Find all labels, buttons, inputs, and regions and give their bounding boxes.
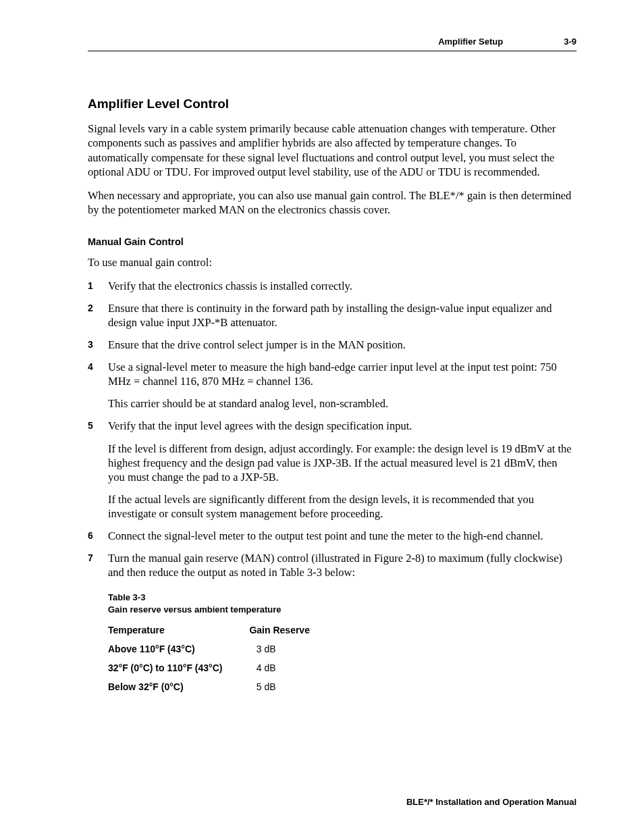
intro-paragraph-2: When necessary and appropriate, you can … [88, 188, 576, 217]
step-text: Use a signal-level meter to measure the … [108, 360, 576, 388]
step-number: 7 [88, 551, 108, 579]
table-header-row: Temperature Gain Reserve [108, 625, 310, 644]
step-number: 6 [88, 529, 108, 543]
step-4: 4 Use a signal-level meter to measure th… [88, 360, 576, 411]
table-row: Below 32°F (0°C) 5 dB [108, 681, 310, 700]
step-text-pre: Turn the manual gain reserve ( [108, 552, 244, 565]
cell-temperature: Below 32°F (0°C) [108, 681, 249, 700]
table-header-gain-reserve: Gain Reserve [249, 625, 310, 644]
step-5: 5 Verify that the input level agrees wit… [88, 419, 576, 521]
step-2: 2 Ensure that there is continuity in the… [88, 301, 576, 330]
step-text-man: MAN [244, 552, 271, 565]
step-text: Connect the signal-level meter to the ou… [108, 529, 576, 543]
step-1: 1 Verify that the electronics chassis is… [88, 279, 576, 293]
step-text-post: position. [364, 338, 405, 351]
header-section-name: Amplifier Setup [438, 36, 503, 47]
intro-paragraph-2b: on the electronics chassis cover. [245, 203, 390, 216]
step-text: If the level is different from design, a… [108, 442, 576, 484]
page-content: Amplifier Level Control Signal levels va… [88, 96, 576, 700]
step-text: Ensure that the drive control select jum… [108, 338, 576, 352]
step-text: This carrier should be at standard analo… [108, 396, 576, 411]
step-number: 3 [88, 338, 108, 352]
step-text: Turn the manual gain reserve (MAN) contr… [108, 551, 576, 579]
section-title: Amplifier Level Control [88, 96, 576, 112]
step-body: Verify that the input level agrees with … [108, 419, 576, 521]
steps-list: 1 Verify that the electronics chassis is… [88, 279, 576, 580]
intro-paragraph-2-man: MAN [219, 203, 245, 216]
step-body: Use a signal-level meter to measure the … [108, 360, 576, 411]
gain-reserve-table: Temperature Gain Reserve Above 110°F (43… [108, 625, 310, 700]
step-number: 5 [88, 419, 108, 521]
step-text-pre: Ensure that the drive control select jum… [108, 338, 338, 351]
step-text: Verify that the electronics chassis is i… [108, 279, 576, 293]
step-text-man: MAN [338, 338, 365, 351]
cell-gain: 5 dB [249, 681, 310, 700]
table-caption: Table 3-3 Gain reserve versus ambient te… [108, 592, 576, 615]
step-number: 1 [88, 279, 108, 293]
step-body: Ensure that the drive control select jum… [108, 338, 576, 352]
cell-gain: 3 dB [249, 644, 310, 662]
table-row: Above 110°F (43°C) 3 dB [108, 644, 310, 662]
table-header-temperature: Temperature [108, 625, 249, 644]
running-footer: BLE*/* Installation and Operation Manual [406, 797, 576, 807]
cell-gain: 4 dB [249, 662, 310, 681]
step-body: Turn the manual gain reserve (MAN) contr… [108, 551, 576, 579]
table-label: Table 3-3 [108, 592, 145, 602]
table-row: 32°F (0°C) to 110°F (43°C) 4 dB [108, 662, 310, 681]
step-3: 3 Ensure that the drive control select j… [88, 338, 576, 352]
cell-temperature: Above 110°F (43°C) [108, 644, 249, 662]
step-7: 7 Turn the manual gain reserve (MAN) con… [88, 551, 576, 579]
subsection-intro: To use manual gain control: [88, 255, 576, 269]
table-title: Gain reserve versus ambient temperature [108, 604, 281, 615]
cell-temperature: 32°F (0°C) to 110°F (43°C) [108, 662, 249, 681]
step-text: Ensure that there is continuity in the f… [108, 301, 576, 330]
step-body: Ensure that there is continuity in the f… [108, 301, 576, 330]
running-header: Amplifier Setup 3-9 [88, 36, 576, 51]
step-6: 6 Connect the signal-level meter to the … [88, 529, 576, 543]
subsection-title: Manual Gain Control [88, 236, 576, 249]
step-body: Connect the signal-level meter to the ou… [108, 529, 576, 543]
intro-paragraph-1: Signal levels vary in a cable system pri… [88, 122, 576, 178]
step-number: 4 [88, 360, 108, 411]
step-text: If the actual levels are significantly d… [108, 492, 576, 521]
step-body: Verify that the electronics chassis is i… [108, 279, 576, 293]
header-page-number: 3-9 [564, 36, 576, 47]
step-number: 2 [88, 301, 108, 330]
step-text: Verify that the input level agrees with … [108, 419, 576, 433]
